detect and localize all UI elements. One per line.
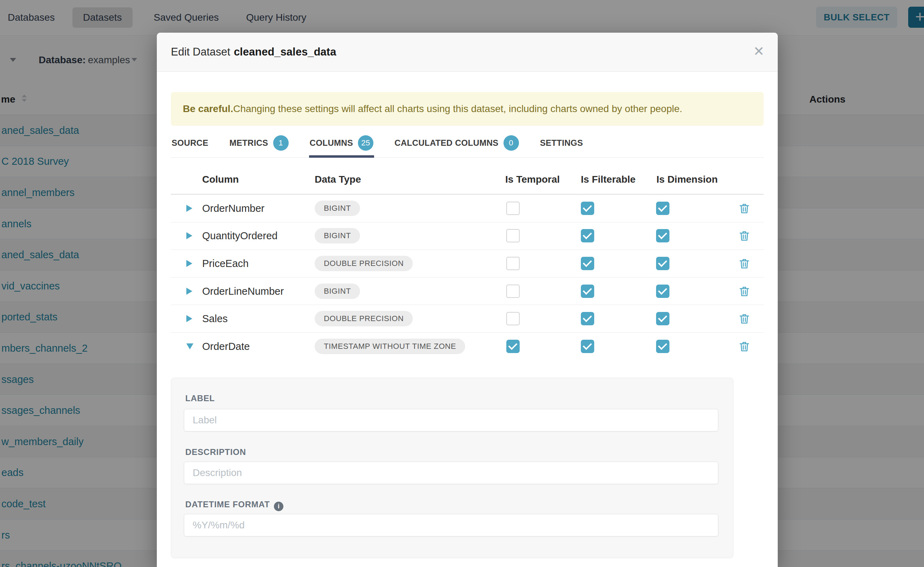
tab-label: COLUMNS — [310, 138, 353, 148]
checkbox-is-temporal[interactable] — [506, 312, 520, 325]
column-header-data-type: Data Type — [315, 165, 361, 194]
caret-down-icon[interactable] — [187, 344, 193, 350]
column-name: OrderNumber — [202, 202, 264, 214]
checkbox-is-dimension[interactable] — [656, 202, 670, 215]
caret-right-icon[interactable] — [187, 205, 192, 212]
column-name: QuantityOrdered — [202, 230, 277, 242]
tab-columns[interactable]: COLUMNS25 — [309, 128, 374, 158]
checkbox-is-filterable[interactable] — [581, 285, 594, 298]
checkbox-is-temporal[interactable] — [506, 257, 520, 270]
checkbox-is-dimension[interactable] — [656, 340, 670, 353]
tab-count-badge: 25 — [358, 135, 373, 151]
column-row: OrderNumberBIGINT — [171, 195, 764, 222]
checkbox-is-dimension[interactable] — [656, 285, 670, 298]
column-header-is-temporal: Is Temporal — [505, 165, 560, 194]
caret-right-icon[interactable] — [187, 232, 192, 239]
trash-icon[interactable] — [738, 285, 751, 297]
column-detail-panel: LABEL DESCRIPTION DATETIME FORMATi — [171, 378, 733, 558]
trash-icon[interactable] — [738, 230, 751, 242]
column-name: PriceEach — [202, 258, 248, 269]
trash-icon[interactable] — [738, 312, 751, 325]
checkbox-is-temporal[interactable] — [506, 202, 520, 215]
description-input[interactable] — [184, 462, 718, 484]
tab-label: SOURCE — [172, 138, 208, 148]
warning-banner: Be careful. Changing these settings will… — [171, 92, 764, 126]
checkbox-is-temporal[interactable] — [506, 285, 520, 298]
data-type-pill: BIGINT — [315, 228, 360, 243]
edit-dataset-modal: Edit Datasetcleaned_sales_data ✕ Be care… — [157, 33, 778, 567]
checkbox-is-temporal[interactable] — [506, 340, 520, 353]
trash-icon[interactable] — [738, 257, 751, 270]
data-type-pill: DOUBLE PRECISION — [315, 256, 413, 271]
tab-source[interactable]: SOURCE — [171, 128, 209, 158]
column-row: SalesDOUBLE PRECISION — [171, 305, 764, 333]
checkbox-is-filterable[interactable] — [581, 257, 594, 270]
tab-label: SETTINGS — [540, 138, 583, 148]
trash-icon[interactable] — [738, 340, 751, 353]
column-header-is-dimension: Is Dimension — [656, 165, 718, 194]
checkbox-is-filterable[interactable] — [581, 312, 594, 325]
tab-count-badge: 0 — [504, 135, 519, 151]
checkbox-is-temporal[interactable] — [506, 229, 520, 242]
tab-count-badge: 1 — [273, 135, 289, 151]
checkbox-is-dimension[interactable] — [656, 229, 670, 242]
modal-title-prefix: Edit Dataset — [171, 46, 230, 58]
label-input[interactable] — [184, 409, 718, 431]
column-header-column: Column — [202, 165, 239, 194]
checkbox-is-dimension[interactable] — [656, 257, 670, 270]
datetime-format-input[interactable] — [184, 514, 718, 536]
columns-table-header: ColumnData TypeIs TemporalIs FilterableI… — [171, 165, 764, 194]
trash-icon[interactable] — [738, 202, 751, 214]
warning-banner-bold: Be careful. — [183, 103, 233, 114]
tab-label: CALCULATED COLUMNS — [394, 138, 498, 148]
column-row: OrderLineNumberBIGINT — [171, 278, 764, 305]
column-row: OrderDateTIMESTAMP WITHOUT TIME ZONE — [171, 333, 764, 360]
column-header-is-filterable: Is Filterable — [581, 165, 636, 194]
tab-calculated-columns[interactable]: CALCULATED COLUMNS0 — [394, 128, 520, 158]
checkbox-is-filterable[interactable] — [581, 340, 594, 353]
data-type-pill: BIGINT — [315, 284, 360, 299]
info-icon[interactable]: i — [274, 502, 283, 511]
modal-header: Edit Datasetcleaned_sales_data ✕ — [157, 33, 778, 72]
caret-right-icon[interactable] — [187, 260, 192, 267]
data-type-pill: BIGINT — [315, 201, 360, 216]
modal-tabs: SOURCEMETRICS1COLUMNS25CALCULATED COLUMN… — [171, 128, 764, 158]
modal-title: Edit Datasetcleaned_sales_data — [171, 46, 336, 58]
checkbox-is-dimension[interactable] — [656, 312, 670, 325]
data-type-pill: DOUBLE PRECISION — [315, 311, 413, 326]
modal-title-dataset-name: cleaned_sales_data — [234, 46, 336, 58]
warning-banner-text: Changing these settings will affect all … — [233, 103, 682, 114]
tab-settings[interactable]: SETTINGS — [539, 128, 584, 158]
caret-right-icon[interactable] — [187, 315, 192, 322]
column-name: OrderLineNumber — [202, 285, 284, 297]
close-icon[interactable]: ✕ — [753, 44, 764, 59]
description-field-label: DESCRIPTION — [185, 447, 246, 457]
checkbox-is-filterable[interactable] — [581, 229, 594, 242]
column-row: PriceEachDOUBLE PRECISION — [171, 250, 764, 278]
columns-table: OrderNumberBIGINTQuantityOrderedBIGINTPr… — [171, 194, 764, 360]
tab-metrics[interactable]: METRICS1 — [229, 128, 289, 158]
column-row: QuantityOrderedBIGINT — [171, 222, 764, 250]
caret-right-icon[interactable] — [187, 288, 192, 295]
checkbox-is-filterable[interactable] — [581, 202, 594, 215]
label-field-label: LABEL — [185, 393, 215, 403]
datetime-format-label-text: DATETIME FORMAT — [185, 500, 270, 509]
column-name: Sales — [202, 313, 228, 325]
column-name: OrderDate — [202, 341, 250, 352]
datetime-format-field-label: DATETIME FORMATi — [185, 500, 283, 511]
data-type-pill: TIMESTAMP WITHOUT TIME ZONE — [315, 339, 465, 354]
tab-label: METRICS — [229, 138, 268, 148]
